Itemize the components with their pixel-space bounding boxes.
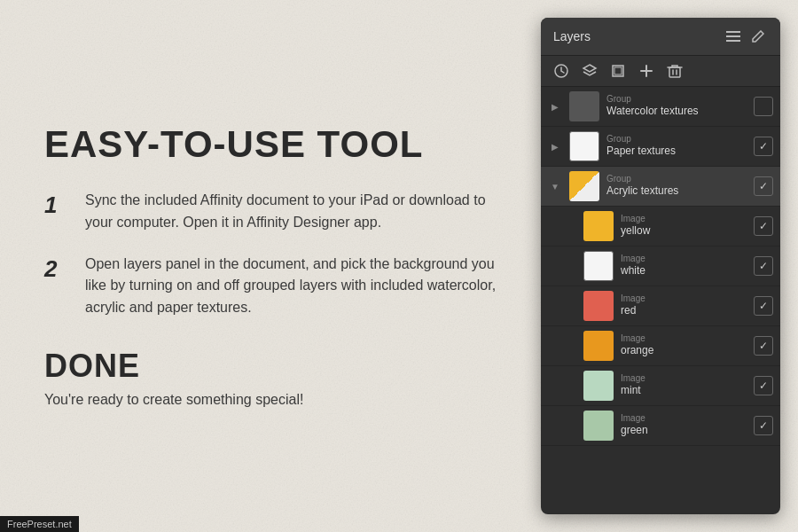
layer-visibility[interactable]: ✓ (754, 416, 773, 435)
layer-name: red (621, 304, 750, 318)
layer-row[interactable]: Image yellow ✓ (541, 207, 780, 246)
expand-arrow (562, 259, 576, 273)
svg-rect-1 (726, 35, 740, 37)
layer-info: Image yellow (621, 214, 750, 239)
layers-panel: Layers (541, 18, 780, 514)
layer-name: yellow (621, 224, 750, 239)
layer-info: Group Watercolor textures (606, 94, 750, 119)
watermark-label: FreePreset.net (0, 516, 79, 532)
left-panel: EASY-TO-USE TOOL 1 Sync the included Aff… (0, 0, 541, 532)
layer-type: Group (606, 174, 750, 184)
layer-name: orange (621, 344, 750, 358)
layer-info: Image red (621, 293, 750, 318)
layer-visibility[interactable]: ✓ (754, 137, 773, 156)
expand-arrow (562, 219, 576, 233)
layer-info: Group Paper textures (606, 134, 750, 159)
layer-type: Image (621, 373, 750, 384)
toolbar (541, 56, 780, 87)
layer-row[interactable]: Image green ✓ (541, 406, 780, 446)
layer-visibility[interactable]: ✓ (754, 296, 773, 316)
step-1-number: 1 (44, 192, 71, 219)
expand-arrow[interactable]: ▼ (548, 179, 562, 193)
step-1-text: Sync the included Affinity document to y… (85, 190, 497, 234)
layer-info: Image mint (621, 373, 750, 398)
layer-row[interactable]: ▼ Group Acrylic textures ✓ (541, 167, 780, 207)
layer-type: Image (621, 254, 750, 264)
step-2-text: Open layers panel in the document, and p… (85, 254, 497, 319)
layer-thumbnail (583, 291, 614, 321)
expand-arrow[interactable]: ▶ (548, 139, 562, 153)
layer-type: Image (621, 214, 750, 224)
layers-list: ▶ Group Watercolor textures ▶ Group Pape… (541, 87, 780, 514)
expand-arrow[interactable]: ▶ (548, 99, 562, 113)
layers-title: Layers (553, 29, 591, 43)
layer-type: Image (621, 293, 750, 304)
svg-rect-5 (614, 67, 622, 74)
layer-row[interactable]: Image mint ✓ (541, 366, 780, 406)
layer-visibility[interactable]: ✓ (754, 256, 773, 276)
expand-arrow (562, 299, 576, 313)
layer-row[interactable]: Image orange ✓ (541, 326, 780, 366)
layer-name: mint (621, 384, 750, 398)
layer-thumbnail (583, 251, 614, 281)
layer-thumbnail (583, 371, 614, 401)
done-text: You're ready to create something special… (44, 392, 497, 408)
step-2-number: 2 (44, 255, 71, 283)
layers-header: Layers (541, 18, 780, 56)
layer-visibility[interactable]: ✓ (754, 176, 773, 196)
history-icon[interactable] (553, 63, 569, 79)
layer-name: Paper textures (606, 145, 750, 159)
step-1: 1 Sync the included Affinity document to… (44, 190, 497, 234)
svg-rect-2 (726, 40, 740, 42)
header-icons (724, 27, 768, 46)
svg-rect-6 (669, 67, 680, 77)
layer-row[interactable]: ▶ Group Paper textures ✓ (541, 127, 780, 167)
layer-info: Image white (621, 254, 750, 278)
list-view-icon[interactable] (724, 27, 743, 46)
layer-info: Group Acrylic textures (606, 174, 750, 199)
layer-thumbnail (569, 171, 599, 201)
layer-info: Image orange (621, 333, 750, 358)
layers-icon[interactable] (582, 63, 598, 79)
edit-icon[interactable] (748, 27, 768, 46)
layer-row[interactable]: ▶ Group Watercolor textures (541, 87, 780, 127)
layer-info: Image green (621, 413, 750, 438)
layer-thumbnail (583, 211, 614, 241)
layer-name: white (621, 264, 750, 278)
delete-layer-icon[interactable] (667, 63, 683, 79)
step-2: 2 Open layers panel in the document, and… (44, 254, 497, 319)
layer-thumbnail (583, 331, 614, 361)
done-title: DONE (44, 348, 497, 385)
svg-rect-0 (726, 31, 740, 33)
expand-arrow (562, 379, 576, 393)
layer-type: Image (621, 333, 750, 344)
layer-thumbnail (583, 411, 614, 441)
artboard-icon[interactable] (610, 63, 626, 79)
layer-row[interactable]: Image red ✓ (541, 286, 780, 326)
layer-thumbnail (569, 91, 599, 121)
layer-thumbnail (569, 131, 599, 161)
expand-arrow (562, 339, 576, 353)
main-title: EASY-TO-USE TOOL (44, 124, 497, 165)
expand-arrow (562, 419, 576, 433)
layer-visibility[interactable]: ✓ (754, 376, 773, 395)
layer-row[interactable]: Image white ✓ (541, 246, 780, 286)
add-layer-icon[interactable] (638, 63, 654, 79)
layer-name: Acrylic textures (606, 184, 750, 199)
layer-type: Group (606, 94, 750, 105)
layer-visibility[interactable] (754, 97, 773, 116)
layer-type: Group (606, 134, 750, 145)
layer-visibility[interactable]: ✓ (754, 336, 773, 356)
layer-type: Image (621, 413, 750, 424)
layer-visibility[interactable]: ✓ (754, 216, 773, 236)
layer-name: green (621, 424, 750, 438)
layer-name: Watercolor textures (606, 105, 750, 119)
